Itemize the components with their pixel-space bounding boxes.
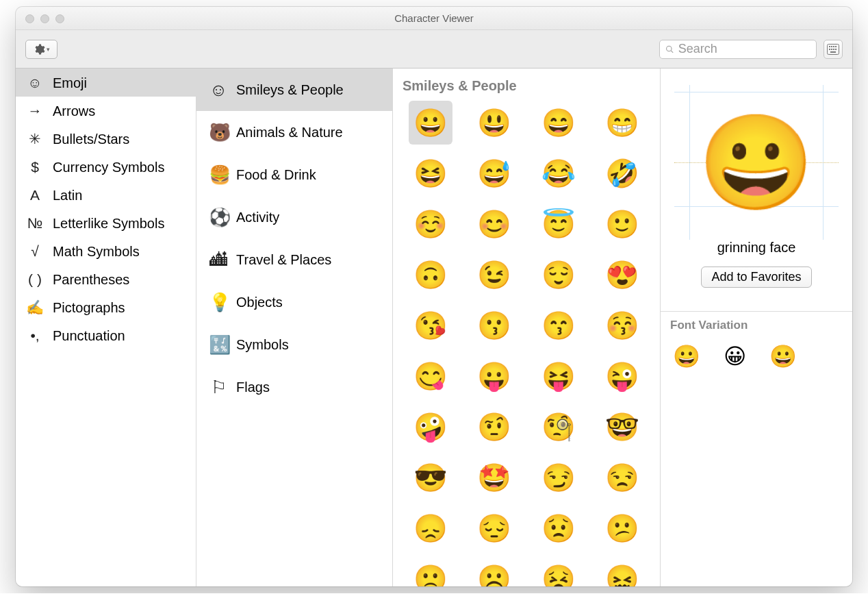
preview-glyph: 😀 <box>698 116 815 209</box>
emoji-cell[interactable]: 🙂 <box>600 202 644 246</box>
subcategory-item-travel-places[interactable]: 🏙Travel & Places <box>196 238 392 281</box>
sidebar-item-bullets-stars[interactable]: ✳Bullets/Stars <box>16 125 196 153</box>
settings-menu-button[interactable]: ▾ <box>25 40 58 59</box>
sidebar-item-pictographs[interactable]: ✍Pictographs <box>16 293 196 321</box>
emoji-cell[interactable]: 😅 <box>472 151 516 195</box>
emoji-cell[interactable]: ☺️ <box>409 202 452 246</box>
search-field[interactable] <box>659 40 817 59</box>
minimize-icon[interactable] <box>40 14 49 23</box>
subcategory-label: Travel & Places <box>236 253 331 267</box>
subcategory-icon: 🔣 <box>209 336 228 354</box>
svg-rect-3 <box>829 46 830 47</box>
collapse-button[interactable] <box>824 40 843 59</box>
category-icon: ( ) <box>25 272 44 286</box>
svg-rect-11 <box>830 51 836 53</box>
grid-heading: Smileys & People <box>393 69 660 101</box>
sidebar-item-math-symbols[interactable]: √Math Symbols <box>16 237 196 265</box>
emoji-cell[interactable]: 😙 <box>537 304 580 347</box>
sidebar-item-arrows[interactable]: →Arrows <box>16 97 196 125</box>
sidebar-item-latin[interactable]: ALatin <box>16 181 196 209</box>
emoji-cell[interactable]: 😗 <box>472 304 516 347</box>
sidebar-item-emoji[interactable]: ☺Emoji <box>16 69 196 97</box>
emoji-cell[interactable]: 🧐 <box>537 405 580 449</box>
emoji-cell[interactable]: 😕 <box>600 506 644 550</box>
character-viewer-window: Character Viewer ▾ ☺Emoji→Arrows✳Bullets… <box>16 7 852 586</box>
panes: ☺Emoji→Arrows✳Bullets/Stars$Currency Sym… <box>16 69 852 586</box>
emoji-cell[interactable]: 😔 <box>472 506 516 550</box>
emoji-cell[interactable]: 😜 <box>600 354 644 398</box>
emoji-cell[interactable]: 🤩 <box>472 456 516 499</box>
emoji-cell[interactable]: 🤪 <box>409 405 452 449</box>
emoji-cell[interactable]: 😊 <box>472 202 516 246</box>
emoji-cell[interactable]: 😖 <box>600 557 644 586</box>
emoji-cell[interactable]: 😎 <box>409 456 452 499</box>
font-variant[interactable]: 😀︎ <box>724 343 746 369</box>
font-variation-section: Font Variation 😀😀︎😀 <box>661 311 852 382</box>
emoji-cell[interactable]: ☹️ <box>472 557 516 586</box>
subcategory-item-animals-nature[interactable]: 🐻Animals & Nature <box>196 111 392 153</box>
font-variants: 😀😀︎😀 <box>661 339 852 382</box>
emoji-cell[interactable]: 😀 <box>409 101 452 145</box>
emoji-cell[interactable]: 😒 <box>600 456 644 499</box>
subcategory-icon: 🐻 <box>209 123 228 141</box>
emoji-cell[interactable]: 😟 <box>537 506 580 550</box>
emoji-cell[interactable]: 😛 <box>472 354 516 398</box>
subcategory-label: Activity <box>236 210 279 224</box>
emoji-cell[interactable]: 😝 <box>537 354 580 398</box>
subcategory-item-symbols[interactable]: 🔣Symbols <box>196 323 392 366</box>
subcategory-sidebar: ☺Smileys & People🐻Animals & Nature🍔Food … <box>196 69 393 586</box>
emoji-cell[interactable]: 😞 <box>409 506 452 550</box>
emoji-cell[interactable]: 😘 <box>409 304 452 347</box>
sidebar-item-punctuation[interactable]: •,Punctuation <box>16 321 196 349</box>
category-icon: ✍ <box>25 300 44 314</box>
emoji-cell[interactable]: 🙃 <box>409 253 452 297</box>
sidebar-item-letterlike-symbols[interactable]: №Letterlike Symbols <box>16 209 196 237</box>
sidebar-item-parentheses[interactable]: ( )Parentheses <box>16 265 196 293</box>
emoji-cell[interactable]: 😄 <box>537 101 580 145</box>
emoji-cell[interactable]: 😂 <box>537 151 580 195</box>
sidebar-item-currency-symbols[interactable]: $Currency Symbols <box>16 153 196 181</box>
toolbar: ▾ <box>16 30 852 69</box>
subcategory-item-flags[interactable]: ⚐Flags <box>196 366 392 408</box>
emoji-cell[interactable]: 🤣 <box>600 151 644 195</box>
search-input[interactable] <box>678 42 810 56</box>
emoji-grid-panel: Smileys & People 😀😃😄😁😆😅😂🤣☺️😊😇🙂🙃😉😌😍😘😗😙😚😋😛… <box>393 69 661 586</box>
svg-rect-6 <box>835 46 837 47</box>
zoom-icon[interactable] <box>55 14 64 23</box>
emoji-cell[interactable]: 😣 <box>537 557 580 586</box>
emoji-cell[interactable]: 😁 <box>600 101 644 145</box>
emoji-cell[interactable]: 😋 <box>409 354 452 398</box>
sidebar-item-label: Arrows <box>53 104 95 118</box>
subcategory-item-objects[interactable]: 💡Objects <box>196 281 392 323</box>
emoji-cell[interactable]: 🙁 <box>409 557 452 586</box>
emoji-cell[interactable]: 😚 <box>600 304 644 347</box>
detail-panel: 😀 grinning face Add to Favorites Font Va… <box>661 69 852 586</box>
font-variant[interactable]: 😀 <box>769 343 797 369</box>
emoji-cell[interactable]: 🤨 <box>472 405 516 449</box>
svg-rect-5 <box>833 46 834 47</box>
subcategory-label: Food & Drink <box>236 168 316 182</box>
emoji-cell[interactable]: 😆 <box>409 151 452 195</box>
sidebar-item-label: Math Symbols <box>53 245 140 258</box>
emoji-cell[interactable]: 😉 <box>472 253 516 297</box>
close-icon[interactable] <box>25 14 34 23</box>
emoji-cell[interactable]: 😌 <box>537 253 580 297</box>
emoji-cell[interactable]: 😏 <box>537 456 580 499</box>
emoji-grid: 😀😃😄😁😆😅😂🤣☺️😊😇🙂🙃😉😌😍😘😗😙😚😋😛😝😜🤪🤨🧐🤓😎🤩😏😒😞😔😟😕🙁☹️… <box>393 101 660 586</box>
subcategory-label: Symbols <box>236 338 289 351</box>
emoji-cell[interactable]: 😇 <box>537 202 580 246</box>
subcategory-item-smileys-people[interactable]: ☺Smileys & People <box>196 69 392 111</box>
emoji-cell[interactable]: 🤓 <box>600 405 644 449</box>
emoji-cell[interactable]: 😃 <box>472 101 516 145</box>
preview: 😀 grinning face Add to Favorites <box>661 69 852 311</box>
subcategory-item-activity[interactable]: ⚽Activity <box>196 196 392 238</box>
svg-point-0 <box>667 46 672 51</box>
emoji-cell[interactable]: 😍 <box>600 253 644 297</box>
category-icon: √ <box>25 244 44 258</box>
keyboard-icon <box>827 44 839 55</box>
sidebar-item-label: Bullets/Stars <box>53 132 129 146</box>
add-to-favorites-button[interactable]: Add to Favorites <box>701 267 811 288</box>
subcategory-label: Smileys & People <box>236 83 344 97</box>
subcategory-item-food-drink[interactable]: 🍔Food & Drink <box>196 153 392 196</box>
font-variant[interactable]: 😀 <box>673 343 700 369</box>
